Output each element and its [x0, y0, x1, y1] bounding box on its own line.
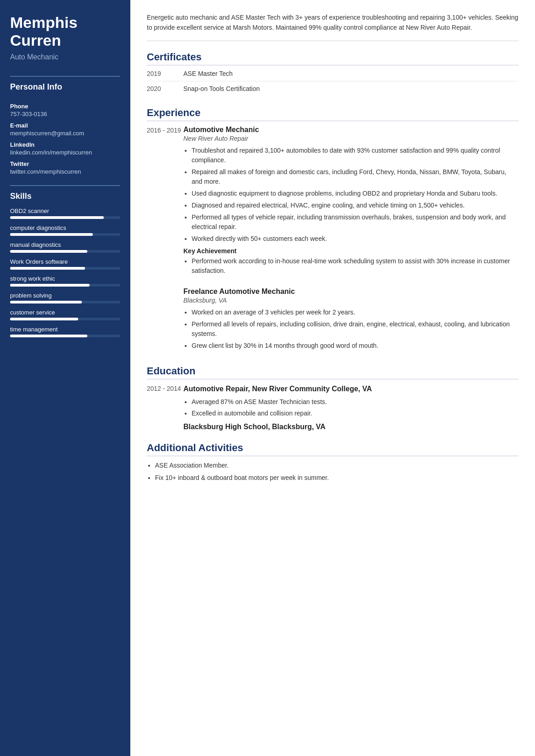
- exp-entry: 2016 - 2019 Automotive Mechanic New Rive…: [147, 126, 519, 279]
- email-label: E-mail: [10, 122, 120, 129]
- skill-item: strong work ethic: [10, 275, 120, 287]
- education-section: Education 2012 - 2014 Automotive Repair,…: [147, 365, 519, 431]
- cert-row: 2019 ASE Master Tech: [147, 70, 519, 81]
- skill-name: manual diagnostics: [10, 241, 120, 248]
- exp-dates: [147, 287, 183, 354]
- exp-company: New River Auto Repair: [183, 135, 519, 142]
- exp-content: Freelance Automotive Mechanic Blacksburg…: [183, 287, 519, 354]
- cert-year: 2019: [147, 70, 183, 77]
- linkedin-label: LinkedIn: [10, 141, 120, 148]
- exp-bullets: Troubleshot and repaired 3,100+ automobi…: [183, 146, 519, 244]
- additional-activities-section: Additional Activities ASE Association Me…: [147, 442, 519, 483]
- skill-bar-bg: [10, 318, 120, 320]
- certificates-section: Certificates 2019 ASE Master Tech 2020 S…: [147, 51, 519, 96]
- certificates-title: Certificates: [147, 51, 519, 65]
- skill-name: computer diagnostics: [10, 224, 120, 231]
- exp-dates: 2016 - 2019: [147, 126, 183, 279]
- email-value: memphiscurren@gmail.com: [10, 130, 120, 137]
- edu-degree: Automotive Repair, New River Community C…: [183, 384, 519, 394]
- exp-bullets: Worked on an average of 3 vehicles per w…: [183, 308, 519, 351]
- edu-bullet: Averaged 87% on ASE Master Technician te…: [192, 397, 519, 407]
- activity-bullet: ASE Association Member.: [155, 461, 519, 470]
- summary-text: Energetic auto mechanic and ASE Master T…: [147, 13, 519, 41]
- skill-bar-fill: [10, 267, 85, 270]
- skill-bar-fill: [10, 284, 90, 287]
- phone-value: 757-303-0136: [10, 111, 120, 117]
- skill-item: Work Orders software: [10, 258, 120, 270]
- skill-bar-bg: [10, 301, 120, 303]
- skill-bar-fill: [10, 233, 93, 236]
- skill-bar-bg: [10, 267, 120, 270]
- certificates-list: 2019 ASE Master Tech 2020 Snap-on Tools …: [147, 70, 519, 96]
- phone-label: Phone: [10, 103, 120, 110]
- exp-bullet: Worked directly with 50+ customers each …: [192, 234, 519, 244]
- twitter-label: Twitter: [10, 160, 120, 167]
- sidebar: Memphis Curren Auto Mechanic Personal In…: [0, 0, 130, 756]
- education-list: 2012 - 2014 Automotive Repair, New River…: [147, 384, 519, 431]
- skill-name: time management: [10, 326, 120, 333]
- exp-content: Automotive Mechanic New River Auto Repai…: [183, 126, 519, 279]
- twitter-value: twitter.com/memphiscurren: [10, 168, 120, 175]
- skill-bar-bg: [10, 233, 120, 236]
- skill-name: strong work ethic: [10, 275, 120, 282]
- activity-bullet: Fix 10+ inboard & outboard boat motors p…: [155, 473, 519, 483]
- skill-name: OBD2 scanner: [10, 208, 120, 214]
- skill-name: problem solving: [10, 292, 120, 299]
- edu-entry: 2012 - 2014 Automotive Repair, New River…: [147, 384, 519, 431]
- skills-title: Skills: [10, 185, 120, 201]
- exp-bullet: Grew client list by 30% in 14 months thr…: [192, 341, 519, 351]
- skill-item: OBD2 scanner: [10, 208, 120, 219]
- skill-item: time management: [10, 326, 120, 337]
- skill-name: Work Orders software: [10, 258, 120, 265]
- exp-company: Blacksburg, VA: [183, 297, 519, 304]
- exp-bullet: Repaired all makes of foreign and domest…: [192, 167, 519, 186]
- skill-bar-fill: [10, 318, 78, 320]
- key-achievement-bullets: Performed work according to in-house rea…: [183, 256, 519, 276]
- personal-info-title: Personal Info: [10, 76, 120, 92]
- skill-bar-bg: [10, 335, 120, 337]
- skills-list: OBD2 scanner computer diagnostics manual…: [10, 208, 120, 343]
- cert-year: 2020: [147, 85, 183, 92]
- activities-title: Additional Activities: [147, 442, 519, 456]
- skill-item: manual diagnostics: [10, 241, 120, 253]
- edu-bullet: Excelled in automobile and collision rep…: [192, 409, 519, 418]
- exp-bullet: Used diagnostic equipment to diagnose pr…: [192, 189, 519, 198]
- experience-title: Experience: [147, 107, 519, 121]
- skill-bar-fill: [10, 216, 104, 219]
- exp-bullet: Diagnosed and repaired electrical, HVAC,…: [192, 201, 519, 210]
- exp-bullet: Performed all types of vehicle repair, i…: [192, 213, 519, 232]
- cert-row: 2020 Snap-on Tools Certification: [147, 85, 519, 96]
- edu-content: Automotive Repair, New River Community C…: [183, 384, 519, 431]
- edu-school: Blacksburg High School, Blacksburg, VA: [183, 423, 519, 431]
- activities-list: ASE Association Member.Fix 10+ inboard &…: [147, 461, 519, 483]
- skill-bar-bg: [10, 250, 120, 253]
- exp-job-title: Freelance Automotive Mechanic: [183, 287, 519, 296]
- edu-bullets: Averaged 87% on ASE Master Technician te…: [183, 397, 519, 418]
- linkedin-value: linkedin.com/in/memphiscurren: [10, 149, 120, 156]
- exp-entry: Freelance Automotive Mechanic Blacksburg…: [147, 287, 519, 354]
- key-achievement-bullet: Performed work according to in-house rea…: [192, 256, 519, 276]
- skill-bar-fill: [10, 250, 87, 253]
- skill-bar-bg: [10, 216, 120, 219]
- skill-bar-bg: [10, 284, 120, 287]
- candidate-name: Memphis Curren: [10, 14, 120, 49]
- cert-name: Snap-on Tools Certification: [183, 85, 260, 92]
- candidate-title: Auto Mechanic: [10, 53, 120, 61]
- cert-name: ASE Master Tech: [183, 70, 233, 77]
- skill-item: computer diagnostics: [10, 224, 120, 236]
- experience-section: Experience 2016 - 2019 Automotive Mechan…: [147, 107, 519, 354]
- exp-bullet: Troubleshot and repaired 3,100+ automobi…: [192, 146, 519, 165]
- skill-item: problem solving: [10, 292, 120, 303]
- exp-bullet: Performed all levels of repairs, includi…: [192, 319, 519, 339]
- exp-job-title: Automotive Mechanic: [183, 126, 519, 134]
- key-achievement-label: Key Achievement: [183, 247, 519, 255]
- skill-bar-fill: [10, 335, 87, 337]
- exp-bullet: Worked on an average of 3 vehicles per w…: [192, 308, 519, 317]
- experience-list: 2016 - 2019 Automotive Mechanic New Rive…: [147, 126, 519, 354]
- main-content: Energetic auto mechanic and ASE Master T…: [130, 0, 535, 756]
- skill-bar-fill: [10, 301, 82, 303]
- edu-dates: 2012 - 2014: [147, 384, 183, 431]
- resume-container: Memphis Curren Auto Mechanic Personal In…: [0, 0, 535, 756]
- education-title: Education: [147, 365, 519, 379]
- skill-name: customer service: [10, 309, 120, 316]
